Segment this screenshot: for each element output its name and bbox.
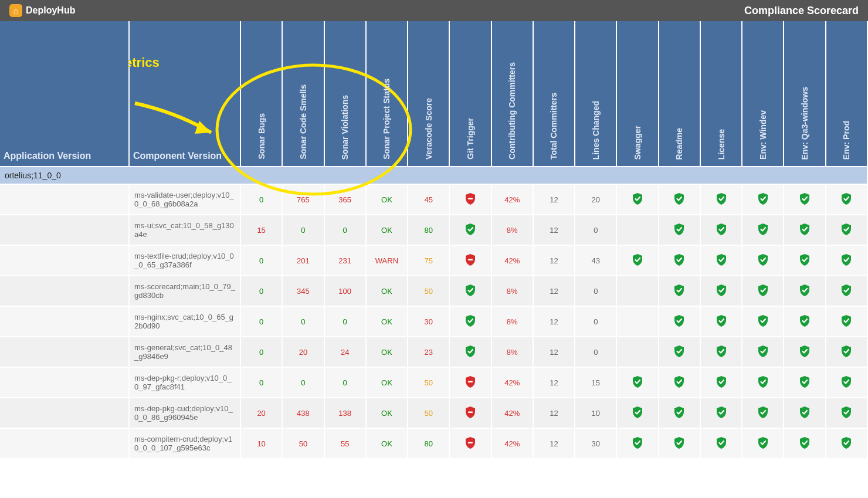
- cell-env-qa3: [784, 306, 825, 337]
- cell-env-prod: [826, 398, 867, 428]
- shield-pass-icon: [716, 406, 727, 419]
- shield-pass-icon: [716, 192, 727, 205]
- table-row[interactable]: ms-textfile-crud;deploy;v10_0_0_65_g37a3…: [0, 245, 867, 276]
- shield-pass-icon: [840, 192, 852, 205]
- shield-pass-icon: [632, 192, 643, 205]
- col-header-lines_changed[interactable]: Lines Changed: [575, 21, 616, 167]
- col-header-sonar_code_smells[interactable]: Sonar Code Smells: [282, 21, 324, 167]
- cell-sonar-code-smells: 0: [282, 367, 324, 398]
- cell-app-version: [0, 398, 129, 428]
- cell-sonar-status: OK: [366, 367, 408, 398]
- cell-sonar-status: OK: [366, 398, 408, 428]
- cell-sonar-violations: 0: [324, 306, 366, 337]
- cell-contrib-committers: 42%: [491, 398, 533, 428]
- table-body: ortelius;11_0_0ms-validate-user;deploy;v…: [0, 167, 867, 459]
- cell-env-prod: [826, 215, 867, 245]
- col-header-sonar_violations[interactable]: Sonar Violations: [324, 21, 366, 167]
- shield-pass-icon: [757, 192, 769, 205]
- cell-readme: [659, 398, 700, 428]
- col-header-git_trigger[interactable]: Git Trigger: [449, 21, 491, 167]
- shield-pass-icon: [716, 284, 727, 297]
- group-row[interactable]: ortelius;11_0_0: [0, 167, 867, 184]
- shield-pass-icon: [464, 284, 476, 297]
- col-header-veracode_score[interactable]: Veracode Score: [408, 21, 449, 167]
- col-header-sonar_bugs[interactable]: Sonar Bugs: [240, 21, 282, 167]
- shield-pass-icon: [464, 345, 476, 358]
- cell-swagger: [616, 367, 658, 398]
- col-header-readme[interactable]: Readme: [659, 21, 700, 167]
- cell-swagger: [616, 276, 658, 306]
- table-row[interactable]: ms-dep-pkg-cud;deploy;v10_0_0_86_g960945…: [0, 398, 867, 428]
- table-row[interactable]: ms-validate-user;deploy;v10_0_0_68_g6b08…: [0, 184, 867, 215]
- col-header-license[interactable]: License: [700, 21, 742, 167]
- col-header-env_qa3_windows[interactable]: Env: Qa3-windows: [784, 21, 825, 167]
- cell-lines-changed: 30: [575, 428, 616, 459]
- table-row[interactable]: ms-nginx;svc_cat;10_0_65_g2b0d90000OK308…: [0, 306, 867, 337]
- table-header: Application VersionComponent VersionSona…: [0, 21, 867, 167]
- shield-pass-icon: [464, 314, 476, 327]
- cell-veracode: 23: [408, 337, 449, 367]
- shield-pass-icon: [716, 436, 727, 449]
- cell-git-trigger: [449, 428, 491, 459]
- shield-pass-icon: [840, 345, 852, 358]
- cell-total-committers: 12: [533, 367, 575, 398]
- cell-env-qa3: [784, 245, 825, 276]
- svg-rect-2: [468, 198, 473, 199]
- col-header-env_prod[interactable]: Env: Prod: [826, 21, 867, 167]
- cell-veracode: 50: [408, 276, 449, 306]
- cell-sonar-status: WARN: [366, 245, 408, 276]
- col-header-app_version[interactable]: Application Version: [0, 21, 129, 167]
- cell-total-committers: 12: [533, 306, 575, 337]
- cell-sonar-code-smells: 345: [282, 276, 324, 306]
- col-header-total_committers[interactable]: Total Committers: [533, 21, 575, 167]
- shield-pass-icon: [673, 284, 685, 297]
- cell-contrib-committers: 8%: [491, 306, 533, 337]
- shield-pass-icon: [757, 223, 769, 236]
- table-row[interactable]: ms-compitem-crud;deploy;v10_0_0_107_g595…: [0, 428, 867, 459]
- cell-app-version: [0, 367, 129, 398]
- cell-component-version: ms-general;svc_cat;10_0_48_g9846e9: [129, 337, 240, 367]
- cell-readme: [659, 306, 700, 337]
- shield-pass-icon: [840, 375, 852, 388]
- cell-license: [700, 337, 742, 367]
- shield-fail-icon: [464, 375, 476, 388]
- col-header-swagger[interactable]: Swagger: [616, 21, 658, 167]
- cell-sonar-bugs: 20: [240, 398, 282, 428]
- shield-pass-icon: [757, 406, 769, 419]
- shield-pass-icon: [716, 314, 727, 327]
- cell-env-windev: [742, 337, 784, 367]
- cell-env-prod: [826, 367, 867, 398]
- cell-sonar-status: OK: [366, 184, 408, 215]
- col-header-contributing_committers[interactable]: Contributing Committers: [491, 21, 533, 167]
- cell-component-version: ms-dep-pkg-r;deploy;v10_0_0_97_gfac8f41: [129, 367, 240, 398]
- cell-sonar-code-smells: 0: [282, 215, 324, 245]
- table-row[interactable]: ms-scorecard;main;10_0_79_gd830cb0345100…: [0, 276, 867, 306]
- table-row[interactable]: ms-dep-pkg-r;deploy;v10_0_0_97_gfac8f410…: [0, 367, 867, 398]
- cell-component-version: ms-scorecard;main;10_0_79_gd830cb: [129, 276, 240, 306]
- cell-sonar-status: OK: [366, 428, 408, 459]
- table-row[interactable]: ms-ui;svc_cat;10_0_58_g130a4e1500OK808%1…: [0, 215, 867, 245]
- cell-app-version: [0, 337, 129, 367]
- col-header-component_version[interactable]: Component Version: [129, 21, 240, 167]
- cell-sonar-bugs: 0: [240, 276, 282, 306]
- cell-swagger: [616, 215, 658, 245]
- col-header-sonar_project_status[interactable]: Sonar Project Status: [366, 21, 408, 167]
- cell-readme: [659, 245, 700, 276]
- shield-pass-icon: [757, 314, 769, 327]
- cell-readme: [659, 367, 700, 398]
- cell-sonar-status: OK: [366, 215, 408, 245]
- cell-app-version: [0, 215, 129, 245]
- cell-license: [700, 367, 742, 398]
- shield-pass-icon: [799, 345, 811, 358]
- cell-git-trigger: [449, 245, 491, 276]
- cell-env-qa3: [784, 398, 825, 428]
- brand[interactable]: ⌂ DeployHub: [9, 4, 75, 17]
- cell-total-committers: 12: [533, 428, 575, 459]
- cell-sonar-status: OK: [366, 337, 408, 367]
- svg-rect-3: [468, 259, 473, 260]
- table-row[interactable]: ms-general;svc_cat;10_0_48_g9846e902024O…: [0, 337, 867, 367]
- cell-veracode: 45: [408, 184, 449, 215]
- cell-swagger: [616, 245, 658, 276]
- col-header-env_windev[interactable]: Env: Windev: [742, 21, 784, 167]
- brand-label: DeployHub: [26, 5, 75, 16]
